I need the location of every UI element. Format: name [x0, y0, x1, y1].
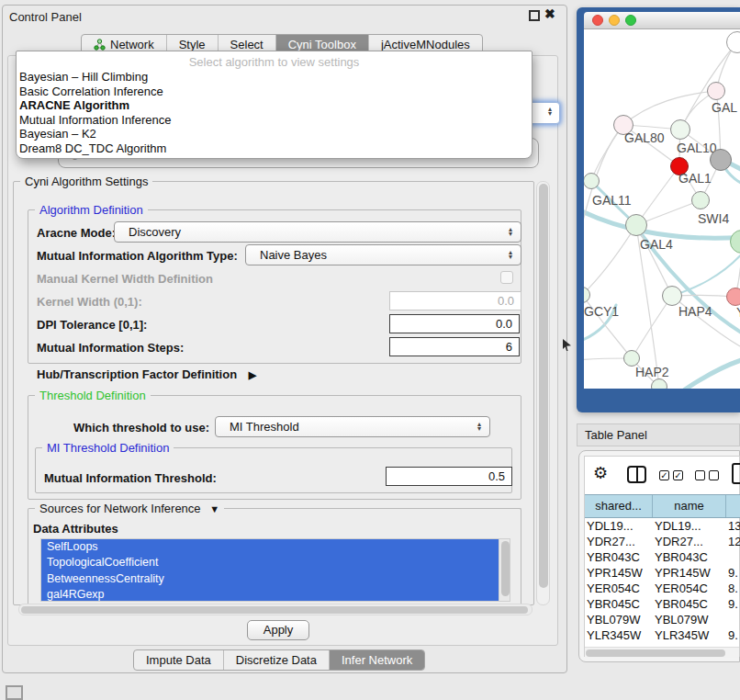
tab-impute-data[interactable]: Impute Data [134, 650, 224, 670]
column-header-a[interactable]: A [726, 495, 740, 517]
deselect-all-checkbox-icon[interactable] [695, 470, 705, 480]
which-threshold-combobox[interactable]: MI Threshold ▴▾ [215, 416, 490, 437]
table-cell: YIL052C [653, 643, 726, 646]
aracne-mode-combobox[interactable]: Discovery ▴▾ [114, 221, 521, 243]
network-canvas[interactable]: GALGAL80GAL10GAL1GAL11SWI4GAL4GCY1HAP4YH… [584, 29, 740, 389]
table-row[interactable]: YDR27...YDR27...12 [585, 534, 740, 549]
cyni-bottom-tabs: Impute DataDiscretize DataInfer Network [133, 649, 425, 671]
tab-label: jActiveMNodules [381, 38, 470, 51]
algorithm-option-bayesian-k2[interactable]: Bayesian – K2 [17, 127, 532, 141]
table-row[interactable]: YER054CYER054C8. [585, 581, 740, 596]
node-label-swi4: SWI4 [698, 211, 729, 226]
node-label-gal11: GAL11 [592, 193, 632, 208]
mi-type-combobox[interactable]: Naive Bayes ▴▾ [245, 244, 521, 265]
collapse-down-icon[interactable]: ▼ [209, 503, 219, 514]
table-header-row: shared...nameA [585, 494, 740, 518]
table-horizontal-scrollbar[interactable] [585, 647, 739, 658]
network-node-hap4[interactable] [662, 286, 682, 306]
column-header-name[interactable]: name [653, 495, 726, 517]
mi-threshold-label: Mutual Information Threshold: [44, 471, 217, 485]
close-traffic-light-icon[interactable] [592, 15, 603, 26]
sources-group-title[interactable]: Sources for Network Inference ▼ [35, 502, 224, 515]
select-all-checkbox-icon[interactable]: ✓ [659, 470, 669, 480]
dpi-tolerance-field[interactable] [389, 314, 520, 333]
table-panel-title: Table Panel [585, 428, 647, 442]
network-node-gal10[interactable] [670, 119, 690, 140]
table-row[interactable]: YPR145WYPR145W9. [585, 565, 740, 581]
table-row[interactable]: YIL052CYIL052C9. [585, 643, 740, 646]
tab-label: Impute Data [146, 653, 211, 667]
which-threshold-label: Which threshold to use: [37, 421, 209, 435]
attributes-scrollbar[interactable] [499, 539, 510, 601]
table-cell [726, 612, 740, 627]
mi-type-value: Naive Bayes [260, 248, 327, 262]
dock-corner-icon[interactable] [6, 685, 23, 700]
scrollbar-thumb[interactable] [586, 649, 725, 657]
algorithm-options-list: Bayesian – Hill ClimbingBasic Correlatio… [17, 70, 532, 156]
node-label-hap2: HAP2 [635, 365, 669, 379]
table-row[interactable]: YBL079WYBL079W [585, 612, 740, 627]
manual-kernel-checkbox[interactable] [500, 271, 513, 284]
popup-placeholder: Select algorithm to view settings [17, 51, 532, 70]
table-cell: 13 [726, 518, 740, 534]
algorithm-option-dream8-dc-tdc-algorithm[interactable]: Dream8 DC_TDC Algorithm [17, 141, 532, 156]
network-node-y[interactable] [726, 288, 740, 306]
hub-definition-expander[interactable]: Hub/Transcription Factor Definition ▶ [37, 367, 256, 381]
table-row[interactable]: YBR045CYBR045C9. [585, 596, 740, 612]
table-body: YDL19...YDL19...13YDR27...YDR27...12YBR0… [585, 518, 740, 646]
network-node-gal1[interactable] [691, 191, 710, 209]
mi-steps-field[interactable] [389, 337, 520, 356]
network-node[interactable] [651, 378, 667, 389]
network-node-gal[interactable] [707, 82, 725, 100]
table-cell: YDR27... [585, 534, 653, 549]
zoom-traffic-light-icon[interactable] [625, 15, 636, 26]
node-label-gal: GAL [712, 100, 737, 115]
apply-button[interactable]: Apply [247, 620, 309, 640]
algorithm-option-basic-correlation-inference[interactable]: Basic Correlation Inference [17, 85, 532, 99]
tab-label: Infer Network [342, 653, 412, 667]
table-cell: YBR045C [653, 596, 726, 612]
tab-label: Select [230, 38, 263, 51]
table-cell: YBL079W [585, 612, 653, 627]
table-cell: YIL052C [585, 643, 653, 646]
scrollbar-thumb[interactable] [539, 184, 548, 588]
tab-infer-network[interactable]: Infer Network [330, 650, 424, 670]
scrollbar-thumb[interactable] [501, 541, 510, 596]
export-table-icon[interactable] [732, 463, 740, 484]
tab-discretize-data[interactable]: Discretize Data [224, 650, 330, 670]
tab-label: Network [110, 38, 154, 51]
settings-horizontal-scrollbar[interactable] [18, 604, 533, 615]
deselect-all-checkbox-icon[interactable] [709, 470, 719, 480]
table-row[interactable]: YDL19...YDL19...13 [585, 518, 740, 534]
algorithm-option-bayesian-hill-climbing[interactable]: Bayesian – Hill Climbing [17, 70, 532, 85]
table-cell: YLR345W [653, 627, 726, 643]
close-icon[interactable]: ✖ [544, 6, 555, 21]
network-window-titlebar[interactable] [584, 12, 740, 29]
combo-steppers-icon: ▴▾ [509, 227, 512, 236]
settings-vertical-scrollbar[interactable] [536, 181, 550, 605]
attribute-selfloops[interactable]: SelfLoops [41, 539, 499, 555]
mi-type-label: Mutual Information Algorithm Type: [37, 249, 238, 263]
table-row[interactable]: YBR043CYBR043C [585, 549, 740, 565]
table-cell: YER054C [585, 581, 653, 596]
expand-right-icon[interactable]: ▶ [249, 369, 256, 380]
mi-threshold-field[interactable] [386, 467, 512, 486]
table-row[interactable]: YLR345WYLR345W9. [585, 627, 740, 643]
float-window-icon[interactable] [529, 10, 540, 21]
attribute-gal4rgexp[interactable]: gal4RGexp [41, 587, 499, 602]
combo-steppers-icon: ▴▾ [548, 107, 552, 116]
show-columns-icon[interactable] [627, 466, 646, 483]
network-node[interactable] [710, 149, 732, 171]
select-all-checkbox-icon[interactable]: ✓ [673, 470, 683, 480]
algorithm-option-aracne-algorithm[interactable]: ARACNE Algorithm [17, 98, 532, 113]
scrollbar-thumb[interactable] [21, 606, 528, 614]
column-header-shared[interactable]: shared... [585, 495, 653, 517]
algorithm-option-mutual-information-inference[interactable]: Mutual Information Inference [17, 113, 532, 128]
table-cell: YER054C [653, 581, 726, 596]
minimize-traffic-light-icon[interactable] [609, 15, 620, 26]
gear-icon[interactable]: ⚙ [593, 464, 608, 482]
kernel-width-field[interactable] [389, 291, 521, 310]
attribute-betweennesscentrality[interactable]: BetweennessCentrality [41, 571, 499, 587]
network-node-gal4[interactable] [625, 214, 647, 236]
attribute-topologicalcoefficient[interactable]: TopologicalCoefficient [41, 555, 499, 570]
